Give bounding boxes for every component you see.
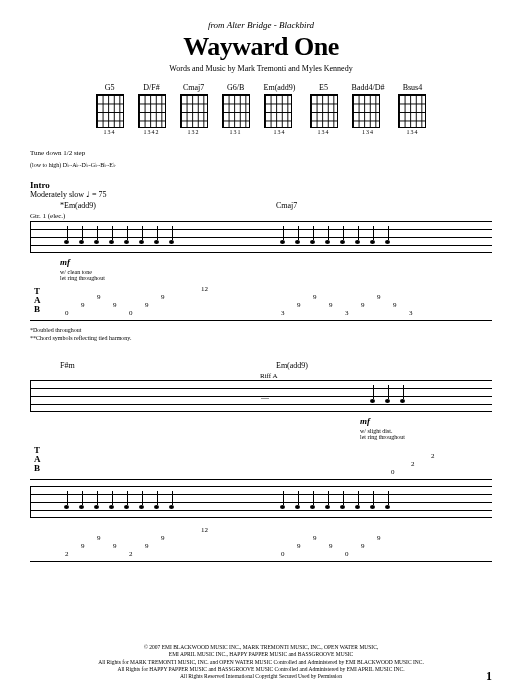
footnote: **Chord symbols reflecting tied harmony. [30, 335, 492, 341]
chord-diagram: Cmaj7132 [180, 83, 208, 135]
chord-diagrams-row: G5134 D/F#1342 Cmaj7132 G6/B131 Em(add9)… [30, 83, 492, 135]
source-line: from Alter Bridge - Blackbird [30, 20, 492, 30]
copyright-line: All Rights for HAPPY PAPPER MUSIC and BA… [0, 666, 522, 673]
tab-staff-gtr1: 2 9 9 9 2 9 9 12 0 9 9 9 0 9 9 [30, 522, 492, 562]
tab-numbers: 2 9 9 9 2 9 9 12 0 9 9 9 0 9 9 [60, 522, 492, 561]
notation-staff [30, 221, 492, 253]
note-run [370, 399, 405, 403]
tab-numbers: 0 2 2 [60, 440, 492, 479]
tuning-detail: (low to high) D♭-A♭-D♭-G♭-B♭-E♭ [30, 161, 492, 168]
chord-marker: *Em(add9) [60, 201, 276, 210]
dynamic-marking: mf [60, 257, 492, 267]
tab-label: TAB [34, 446, 41, 473]
chord-labels-row: F#m Em(add9) [30, 361, 492, 370]
staff-system-1: Intro Moderately slow ♩ = 75 *Em(add9) C… [30, 180, 492, 341]
chord-marker: Em(add9) [276, 361, 492, 370]
note-run [64, 240, 174, 244]
tab-label: TAB [34, 287, 41, 314]
copyright-line: All Rights for MARK TREMONTI MUSIC, INC.… [0, 659, 522, 666]
sheet-header: from Alter Bridge - Blackbird Wayward On… [30, 20, 492, 73]
chord-diagram: Badd4/D#134 [352, 83, 385, 135]
multi-rest: — [261, 393, 269, 402]
dynamic-marking: mf [360, 416, 492, 426]
riff-label: Riff A [260, 372, 492, 380]
credits-line: Words and Music by Mark Tremonti and Myl… [30, 64, 492, 73]
footnote: *Doubled throughout [30, 327, 492, 333]
note-run [64, 505, 174, 509]
staff-system-2: F#m Em(add9) Riff A — mf w/ slight dist.… [30, 361, 492, 562]
copyright-line: © 2007 EMI BLACKWOOD MUSIC INC., MARK TR… [0, 644, 522, 651]
chord-marker: F#m [60, 361, 276, 370]
copyright-line: All Rights Reserved International Copyri… [0, 673, 522, 680]
page-number: 1 [486, 669, 492, 684]
tab-numbers: 0 9 9 9 0 9 9 12 3 9 9 9 3 9 9 9 3 [60, 281, 492, 320]
chord-diagram: G6/B131 [222, 83, 250, 135]
chord-marker: Cmaj7 [276, 201, 492, 210]
note-run [280, 240, 390, 244]
chord-labels-row: *Em(add9) Cmaj7 [30, 201, 492, 210]
chord-diagram: Bsus4134 [398, 83, 426, 135]
song-title: Wayward One [30, 32, 492, 62]
copyright-line: EMI APRIL MUSIC INC., HAPPY PAPPER MUSIC… [0, 651, 522, 658]
tempo-marking: Moderately slow ♩ = 75 [30, 190, 492, 199]
tab-staff: TAB 0 9 9 9 0 9 9 12 3 9 9 9 3 9 9 9 3 [30, 281, 492, 321]
tuning-note: Tune down 1/2 step [30, 149, 492, 157]
notation-staff-gtr2: — [30, 380, 492, 412]
chord-diagram: D/F#1342 [138, 83, 166, 135]
notation-staff-gtr1 [30, 486, 492, 518]
chord-diagram: Em(add9)134 [264, 83, 296, 135]
guitar-label: Gtr. 1 (elec.) [30, 212, 492, 220]
copyright-block: © 2007 EMI BLACKWOOD MUSIC INC., MARK TR… [0, 644, 522, 680]
note-run [280, 505, 390, 509]
tab-staff-gtr2: TAB 0 2 2 [30, 440, 492, 480]
section-label: Intro [30, 180, 492, 190]
chord-diagram: E5134 [310, 83, 338, 135]
chord-diagram: G5134 [96, 83, 124, 135]
